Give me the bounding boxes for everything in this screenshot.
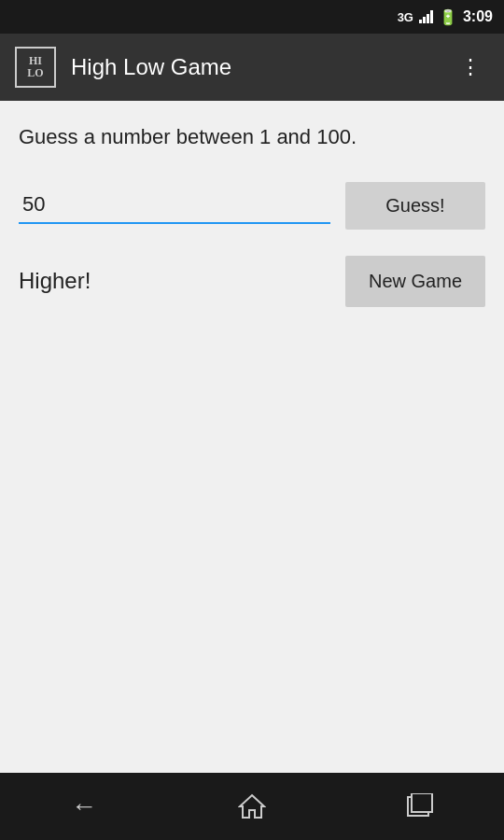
status-bar-right: 3G 🔋 3:09 xyxy=(398,8,493,26)
signal-label: 3G xyxy=(398,10,413,24)
main-content: Guess a number between 1 and 100. Guess!… xyxy=(0,101,504,773)
app-logo-lo: LO xyxy=(27,67,43,79)
home-icon xyxy=(238,793,266,819)
app-bar: HI LO High Low Game ⋮ xyxy=(0,34,504,101)
signal-bars-icon xyxy=(419,10,433,23)
home-button[interactable] xyxy=(219,783,285,830)
result-text: Higher! xyxy=(19,268,330,294)
back-button[interactable]: ← xyxy=(51,783,117,830)
clock-display: 3:09 xyxy=(463,8,493,25)
guess-input[interactable] xyxy=(19,187,330,224)
new-game-button[interactable]: New Game xyxy=(345,256,485,307)
guess-button[interactable]: Guess! xyxy=(345,182,485,230)
overflow-menu-button[interactable]: ⋮ xyxy=(453,48,489,87)
app-title: High Low Game xyxy=(71,54,453,80)
svg-rect-2 xyxy=(412,793,432,812)
nav-bar: ← xyxy=(0,773,504,840)
recents-icon xyxy=(406,793,434,819)
svg-marker-0 xyxy=(240,795,264,818)
status-bar: 3G 🔋 3:09 xyxy=(0,0,504,34)
input-row: Guess! xyxy=(19,182,485,230)
recents-button[interactable] xyxy=(387,783,453,830)
back-icon: ← xyxy=(71,791,97,821)
result-row: Higher! New Game xyxy=(19,256,485,307)
app-logo: HI LO xyxy=(15,47,56,88)
battery-icon: 🔋 xyxy=(439,8,457,26)
instruction-text: Guess a number between 1 and 100. xyxy=(19,123,485,152)
